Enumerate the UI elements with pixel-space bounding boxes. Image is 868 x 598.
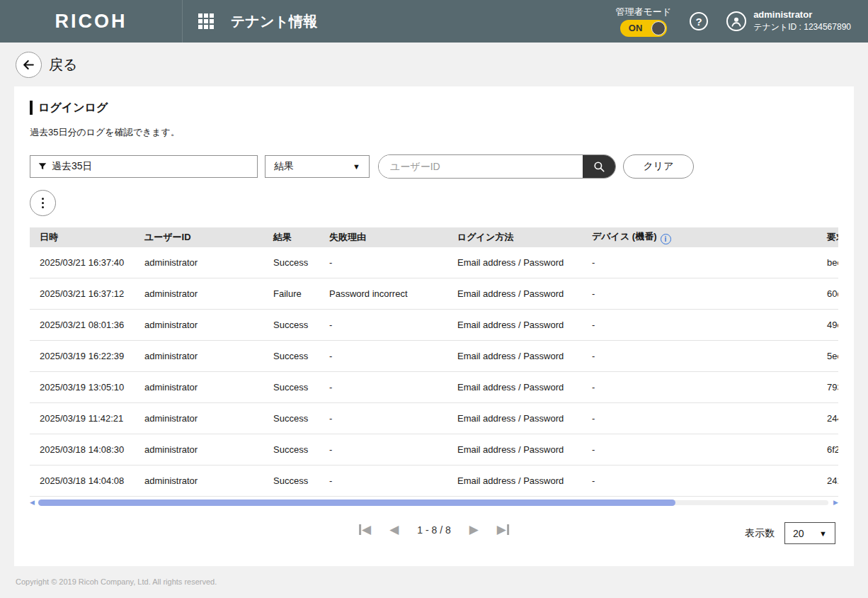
col-header-datetime: 日時	[30, 231, 135, 244]
chevron-down-icon: ▼	[353, 162, 360, 171]
cell-login-method: Email address / Password	[447, 382, 582, 393]
result-dropdown[interactable]: 結果 ▼	[265, 155, 370, 178]
table-row: 2025/03/18 14:08:30 administrator Succes…	[30, 434, 838, 466]
section-title: ログインログ	[30, 101, 838, 115]
toggle-state-label: ON	[629, 23, 643, 33]
search-field	[378, 154, 616, 179]
cell-user-id: administrator	[135, 257, 263, 268]
admin-mode-control: 管理者モード ON	[616, 6, 672, 37]
page-title: テナント情報	[231, 12, 317, 31]
app-grid-icon[interactable]	[198, 13, 214, 29]
cell-request-id: 793	[817, 382, 838, 393]
period-filter[interactable]: 過去35日	[30, 155, 258, 178]
first-page-button[interactable]: ◀	[359, 522, 371, 537]
cell-result: Success	[263, 351, 319, 361]
cell-login-method: Email address / Password	[447, 413, 582, 424]
section-description: 過去35日分のログを確認できます。	[30, 126, 838, 139]
cell-login-method: Email address / Password	[447, 288, 582, 299]
cell-request-id: 60d	[817, 288, 838, 299]
more-options-button[interactable]	[30, 190, 56, 216]
cell-datetime: 2025/03/19 11:42:21	[30, 413, 135, 424]
cell-result: Success	[263, 382, 319, 393]
col-header-user-id: ユーザーID	[135, 231, 263, 244]
cell-failure-reason: -	[319, 320, 447, 330]
search-input[interactable]	[379, 155, 583, 178]
cell-login-method: Email address / Password	[447, 351, 582, 361]
cell-datetime: 2025/03/21 08:01:36	[30, 320, 135, 330]
scroll-left-arrow-icon[interactable]: ◀	[30, 499, 35, 506]
back-arrow-icon	[16, 52, 42, 78]
cell-datetime: 2025/03/21 16:37:40	[30, 257, 135, 268]
cell-device: -	[582, 475, 817, 486]
cell-failure-reason: -	[319, 413, 447, 424]
help-icon[interactable]: ?	[690, 12, 708, 30]
table-row: 2025/03/19 11:42:21 administrator Succes…	[30, 403, 838, 434]
table-row: 2025/03/21 08:01:36 administrator Succes…	[30, 310, 838, 341]
device-info-icon[interactable]: i	[661, 234, 671, 244]
filter-bar: 過去35日 結果 ▼ クリア	[30, 154, 838, 179]
page-range: 1 - 8 / 8	[417, 524, 450, 536]
cell-failure-reason: Password incorrect	[319, 288, 447, 299]
back-button[interactable]: 戻る	[0, 43, 868, 86]
clear-button[interactable]: クリア	[623, 154, 694, 179]
cell-user-id: administrator	[135, 413, 263, 424]
admin-mode-label: 管理者モード	[616, 6, 672, 18]
cell-device: -	[582, 257, 817, 268]
cell-user-id: administrator	[135, 475, 263, 486]
page-size-label: 表示数	[745, 527, 775, 540]
chevron-down-icon: ▼	[819, 529, 827, 538]
search-button[interactable]	[583, 155, 615, 178]
result-dropdown-value: 結果	[274, 160, 294, 173]
cell-failure-reason: -	[319, 351, 447, 361]
col-header-device: デバイス (機番)i	[582, 230, 817, 244]
cell-failure-reason: -	[319, 382, 447, 393]
cell-login-method: Email address / Password	[447, 320, 582, 330]
cell-device: -	[582, 320, 817, 330]
cell-result: Success	[263, 257, 319, 268]
col-header-failure-reason: 失敗理由	[319, 231, 447, 244]
cell-result: Success	[263, 444, 319, 455]
cell-login-method: Email address / Password	[447, 257, 582, 268]
user-menu[interactable]: administrator テナントID : 1234567890	[726, 9, 851, 33]
cell-device: -	[582, 288, 817, 299]
last-page-button[interactable]: ▶	[497, 522, 509, 537]
cell-datetime: 2025/03/18 14:04:08	[30, 475, 135, 486]
table-row: 2025/03/18 14:04:08 administrator Succes…	[30, 466, 838, 497]
cell-user-id: administrator	[135, 382, 263, 393]
cell-login-method: Email address / Password	[447, 444, 582, 455]
search-icon	[593, 160, 605, 173]
cell-device: -	[582, 444, 817, 455]
cell-result: Failure	[263, 288, 319, 299]
table-row: 2025/03/21 16:37:12 administrator Failur…	[30, 278, 838, 310]
back-label: 戻る	[49, 55, 77, 74]
cell-user-id: administrator	[135, 320, 263, 330]
prev-page-button[interactable]: ◀	[389, 522, 399, 537]
cell-request-id: 244	[817, 413, 838, 424]
scroll-right-arrow-icon[interactable]: ▶	[833, 499, 838, 506]
cell-failure-reason: -	[319, 444, 447, 455]
cell-device: -	[582, 382, 817, 393]
toggle-knob	[651, 21, 666, 35]
next-page-button[interactable]: ▶	[469, 522, 479, 537]
cell-result: Success	[263, 475, 319, 486]
cell-request-id: bec	[817, 257, 838, 268]
funnel-icon	[38, 162, 47, 171]
page-size-value: 20	[793, 528, 804, 539]
cell-user-id: administrator	[135, 288, 263, 299]
scrollbar-thumb[interactable]	[38, 500, 675, 506]
period-filter-value: 過去35日	[52, 160, 93, 173]
cell-result: Success	[263, 320, 319, 330]
cell-failure-reason: -	[319, 475, 447, 486]
cell-request-id: 6f2	[817, 444, 838, 455]
col-header-login-method: ログイン方法	[447, 231, 582, 244]
admin-mode-toggle[interactable]: ON	[620, 20, 667, 37]
col-header-request-id: 要求ID	[817, 231, 838, 244]
table-header-row: 日時 ユーザーID 結果 失敗理由 ログイン方法 デバイス (機番)i 要求ID	[30, 227, 838, 247]
cell-datetime: 2025/03/19 16:22:39	[30, 351, 135, 361]
cell-failure-reason: -	[319, 257, 447, 268]
page-size-select[interactable]: 20 ▼	[784, 522, 835, 544]
tenant-id: テナントID : 1234567890	[753, 21, 851, 33]
ricoh-logo: RICOH	[0, 11, 182, 33]
user-name: administrator	[753, 9, 851, 20]
cell-request-id: 49e	[817, 320, 838, 330]
